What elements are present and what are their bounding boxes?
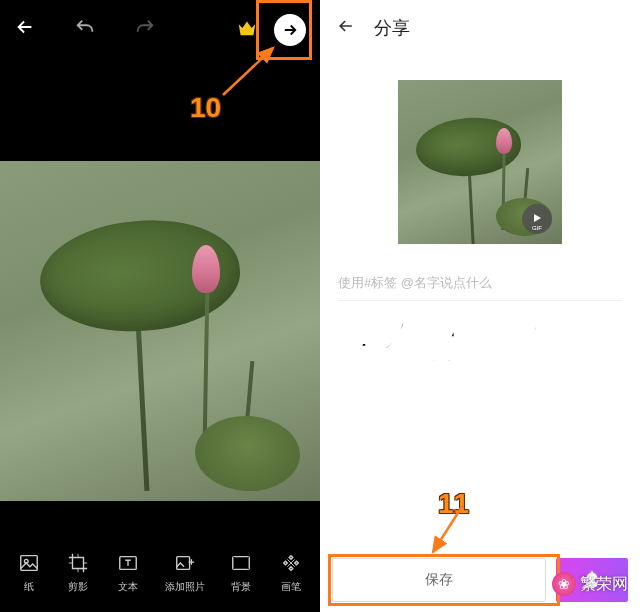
crop-icon xyxy=(65,550,91,576)
watermark-text: 繁荣网 xyxy=(580,574,628,595)
tool-label: 文本 xyxy=(118,580,138,594)
share-top-bar: 分享 xyxy=(320,0,640,56)
next-button[interactable] xyxy=(274,14,306,46)
svg-rect-3 xyxy=(177,557,190,570)
crop-tool[interactable]: 剪影 xyxy=(65,550,91,594)
undo-icon[interactable] xyxy=(74,17,96,44)
editor-canvas[interactable] xyxy=(0,60,320,532)
add-photo-tool[interactable]: 添加照片 xyxy=(165,550,205,594)
add-photo-icon xyxy=(172,550,198,576)
wallpaper-tool[interactable]: 纸 xyxy=(16,550,42,594)
gif-label: GIF xyxy=(532,225,542,231)
text-tool[interactable]: 文本 xyxy=(115,550,141,594)
svg-rect-0 xyxy=(21,556,38,571)
overlay-caption: 保存效果图 xyxy=(320,301,640,372)
tool-label: 背景 xyxy=(231,580,251,594)
background-icon xyxy=(228,550,254,576)
background-tool[interactable]: 背景 xyxy=(228,550,254,594)
editor-panel: 纸 剪影 文本 添加照片 背景 画笔 xyxy=(0,0,320,612)
thumbnail-area: GIF xyxy=(320,56,640,260)
redo-icon[interactable] xyxy=(134,17,156,44)
share-panel: 分享 GIF 使用#标签 @名字说点什么 保存效果图 保存 xyxy=(320,0,640,612)
back-icon[interactable] xyxy=(336,16,356,41)
watermark: ❀ 繁荣网 xyxy=(546,570,634,598)
back-icon[interactable] xyxy=(14,16,36,44)
brush-icon xyxy=(278,550,304,576)
tool-label: 添加照片 xyxy=(165,580,205,594)
tool-label: 剪影 xyxy=(68,580,88,594)
caption-input[interactable]: 使用#标签 @名字说点什么 xyxy=(338,274,622,301)
page-title: 分享 xyxy=(374,16,410,40)
gif-play-badge[interactable]: GIF xyxy=(522,204,552,234)
editor-top-bar xyxy=(0,0,320,60)
save-label: 保存 xyxy=(425,571,453,589)
save-button[interactable]: 保存 xyxy=(332,558,546,602)
tool-label: 纸 xyxy=(24,580,34,594)
watermark-logo-icon: ❀ xyxy=(552,572,576,596)
edited-image xyxy=(0,161,320,501)
brush-tool[interactable]: 画笔 xyxy=(278,550,304,594)
result-thumbnail[interactable]: GIF xyxy=(398,80,562,244)
text-icon xyxy=(115,550,141,576)
premium-crown-icon[interactable] xyxy=(236,18,258,43)
tool-label: 画笔 xyxy=(281,580,301,594)
editor-bottom-toolbar: 纸 剪影 文本 添加照片 背景 画笔 xyxy=(0,532,320,612)
image-icon xyxy=(16,550,42,576)
